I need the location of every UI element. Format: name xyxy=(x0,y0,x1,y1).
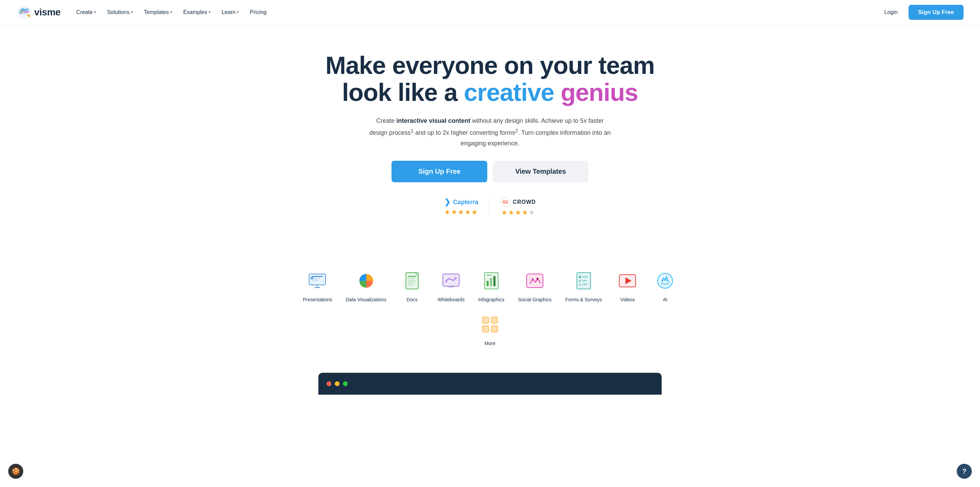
category-label-ai: AI xyxy=(663,296,667,303)
category-item-social-graphics[interactable]: Social Graphics xyxy=(511,264,558,308)
nav-link-learn[interactable]: Learn▾ xyxy=(217,6,244,18)
capterra-label: Capterra xyxy=(453,199,478,206)
svg-rect-43 xyxy=(582,284,587,285)
category-label-forms-surveys: Forms & Surveys xyxy=(565,296,602,303)
hero-title-line2-start: look like a xyxy=(342,79,464,106)
g2-brand: G2 CROWD xyxy=(501,197,536,207)
category-icon-presentations xyxy=(306,270,328,292)
nav-left: visme Create▾Solutions▾Templates▾Example… xyxy=(16,5,272,20)
nav-link-examples[interactable]: Examples▾ xyxy=(178,6,215,18)
category-label-more: More xyxy=(485,340,495,347)
hero-templates-button[interactable]: View Templates xyxy=(493,161,589,182)
svg-point-50 xyxy=(667,280,669,282)
svg-rect-38 xyxy=(579,276,581,278)
svg-rect-32 xyxy=(527,274,543,288)
nav-right: Login Sign Up Free xyxy=(879,5,964,20)
category-item-more[interactable]: More xyxy=(471,308,509,352)
svg-rect-28 xyxy=(487,281,488,286)
category-icon-more xyxy=(479,314,501,336)
chevron-icon-3: ▾ xyxy=(208,10,211,14)
svg-rect-17 xyxy=(408,279,415,279)
nav-link-create[interactable]: Create▾ xyxy=(72,6,101,18)
chevron-icon-0: ▾ xyxy=(94,10,96,14)
preview-container xyxy=(302,373,678,395)
svg-rect-51 xyxy=(482,317,488,323)
category-item-infographics[interactable]: Infographics xyxy=(471,264,511,308)
logo[interactable]: visme xyxy=(16,5,60,20)
svg-rect-20 xyxy=(408,285,413,285)
hero-title-creative: creative xyxy=(464,79,554,106)
hero-title-genius: genius xyxy=(561,79,638,106)
category-item-ai[interactable]: AI xyxy=(646,264,684,308)
category-icon-whiteboards xyxy=(440,270,462,292)
category-label-presentations: Presentations xyxy=(303,296,332,303)
login-button[interactable]: Login xyxy=(879,6,903,18)
dot-red xyxy=(326,381,331,386)
chevron-icon-2: ▾ xyxy=(170,10,172,14)
g2-rating: G2 CROWD ★★★★★ xyxy=(490,197,547,216)
svg-rect-16 xyxy=(408,276,416,277)
svg-rect-53 xyxy=(492,317,498,323)
nav-link-label-5: Pricing xyxy=(250,9,267,15)
category-item-videos[interactable]: Videos xyxy=(609,264,646,308)
category-icon-infographics xyxy=(480,270,502,292)
hero-title-line1: Make everyone on your team xyxy=(326,52,654,79)
category-item-docs[interactable]: Docs xyxy=(393,264,431,308)
nav-link-label-2: Templates xyxy=(144,9,169,15)
svg-point-35 xyxy=(536,278,539,280)
capterra-rating: ❯ Capterra ★★★★★★ xyxy=(433,198,490,216)
category-label-whiteboards: Whiteboards xyxy=(438,296,465,303)
category-item-forms-surveys[interactable]: Forms & Surveys xyxy=(558,264,609,308)
nav-link-label-4: Learn xyxy=(221,9,235,15)
hero-buttons: Sign Up Free View Templates xyxy=(301,161,679,182)
category-icon-docs xyxy=(401,270,423,292)
svg-point-4 xyxy=(21,11,22,12)
g2-icon: G2 xyxy=(501,197,510,207)
nav-link-label-0: Create xyxy=(76,9,93,15)
svg-rect-19 xyxy=(408,282,414,283)
nav-link-solutions[interactable]: Solutions▾ xyxy=(102,6,138,18)
nav-link-pricing[interactable]: Pricing xyxy=(245,6,272,18)
svg-rect-9 xyxy=(312,280,319,280)
category-label-infographics: Infographics xyxy=(478,296,504,303)
preview-bar xyxy=(318,373,662,395)
category-icon-forms-surveys xyxy=(573,270,595,292)
svg-rect-39 xyxy=(582,276,588,277)
svg-point-24 xyxy=(455,277,457,279)
category-label-videos: Videos xyxy=(620,296,635,303)
svg-rect-21 xyxy=(443,274,459,286)
hero-subtitle: Create interactive visual content withou… xyxy=(367,116,613,148)
category-item-data-visualizations[interactable]: Data Visualizations xyxy=(339,264,393,308)
svg-rect-40 xyxy=(579,280,581,282)
svg-rect-29 xyxy=(490,278,492,286)
capterra-stars: ★★★★★★ xyxy=(444,208,478,216)
nav-links: Create▾Solutions▾Templates▾Examples▾Lear… xyxy=(72,6,272,18)
chevron-icon-1: ▾ xyxy=(131,10,133,14)
category-label-docs: Docs xyxy=(407,296,417,303)
svg-rect-41 xyxy=(582,280,586,281)
category-label-social-graphics: Social Graphics xyxy=(518,296,552,303)
svg-rect-25 xyxy=(448,286,454,288)
navbar: visme Create▾Solutions▾Templates▾Example… xyxy=(0,0,980,25)
nav-link-templates[interactable]: Templates▾ xyxy=(139,6,177,18)
svg-rect-12 xyxy=(310,277,313,279)
svg-rect-57 xyxy=(492,326,498,332)
capterra-icon: ❯ xyxy=(444,198,450,207)
ratings-section: ❯ Capterra ★★★★★★ G2 CROWD ★★★★★ xyxy=(301,197,679,216)
svg-rect-18 xyxy=(408,280,415,281)
nav-signup-button[interactable]: Sign Up Free xyxy=(908,5,964,20)
svg-rect-55 xyxy=(482,326,488,332)
categories-section: PresentationsData VisualizationsDocsWhit… xyxy=(268,258,712,366)
category-item-whiteboards[interactable]: Whiteboards xyxy=(431,264,471,308)
svg-rect-42 xyxy=(579,283,581,286)
hero-signup-button[interactable]: Sign Up Free xyxy=(391,161,487,182)
category-item-presentations[interactable]: Presentations xyxy=(296,264,339,308)
category-icon-social-graphics xyxy=(524,270,546,292)
hero-title: Make everyone on your team look like a c… xyxy=(301,52,679,106)
chevron-icon-4: ▾ xyxy=(237,10,239,14)
svg-point-23 xyxy=(445,280,447,282)
nav-link-label-1: Solutions xyxy=(107,9,130,15)
hero-title-space xyxy=(554,79,561,106)
svg-point-34 xyxy=(532,279,534,280)
svg-point-49 xyxy=(662,280,663,282)
